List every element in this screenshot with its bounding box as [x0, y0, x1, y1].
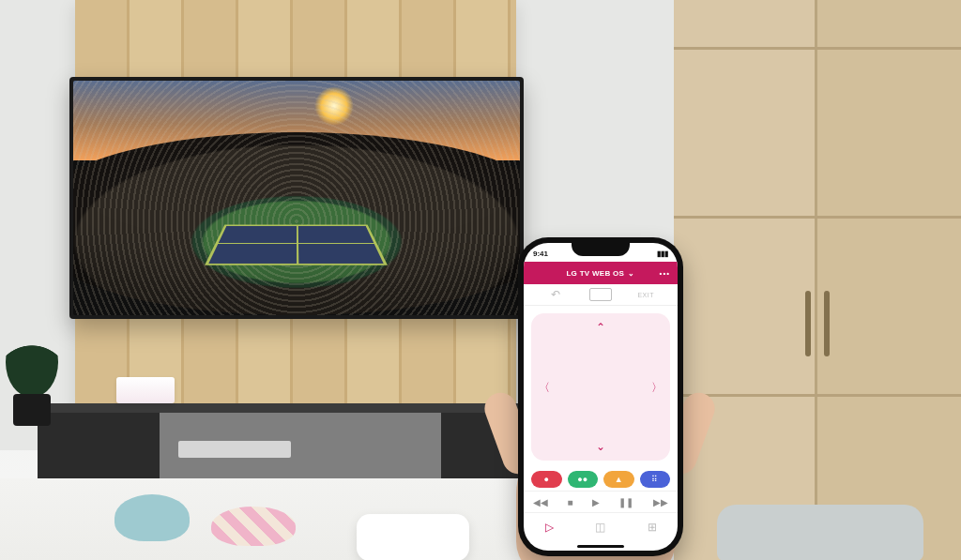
television: [69, 77, 524, 319]
device-name: LG TV WEB OS: [566, 269, 624, 278]
sofa-arm: [717, 505, 923, 560]
tab-mouse[interactable]: ◫: [591, 520, 610, 535]
keyboard-icon[interactable]: [589, 288, 612, 301]
green-button[interactable]: ●●: [568, 471, 599, 488]
pause-button[interactable]: ❚❚: [618, 497, 633, 507]
exit-button[interactable]: EXIT: [637, 292, 654, 298]
living-room-scene: 9:41 ▮▮▮ LG TV WEB OS ⌄ ••• ↶ EXIT ⌃ ⌄ 〈…: [0, 0, 961, 560]
plush-whale: [114, 494, 190, 541]
red-button[interactable]: ●: [531, 471, 562, 488]
wardrobe: [674, 0, 961, 560]
phone-notch: [572, 243, 630, 256]
forward-button[interactable]: ▶▶: [653, 497, 668, 507]
blue-button[interactable]: ⠿: [640, 471, 671, 488]
arrow-right-icon[interactable]: 〉: [651, 379, 663, 395]
color-buttons-row: ● ●● ▲ ⠿: [524, 468, 678, 491]
stop-button[interactable]: ■: [568, 497, 573, 507]
smartphone: 9:41 ▮▮▮ LG TV WEB OS ⌄ ••• ↶ EXIT ⌃ ⌄ 〈…: [518, 237, 683, 556]
potted-plant: [6, 323, 58, 426]
dvd-player: [178, 441, 291, 458]
play-button[interactable]: ▶: [592, 497, 600, 507]
dpad-area[interactable]: ⌃ ⌄ 〈 〉: [531, 313, 670, 461]
arrow-left-icon[interactable]: 〈: [539, 379, 550, 395]
ottoman: [357, 514, 469, 560]
remote-app-screen: 9:41 ▮▮▮ LG TV WEB OS ⌄ ••• ↶ EXIT ⌃ ⌄ 〈…: [524, 243, 678, 551]
tv-console: [38, 403, 563, 482]
tab-bar: ▷ ◫ ⊞: [524, 513, 678, 541]
home-indicator[interactable]: [524, 541, 678, 551]
tennis-court: [205, 225, 388, 265]
toolbar: ↶ EXIT: [524, 284, 678, 306]
status-icons: ▮▮▮: [657, 250, 668, 258]
back-icon[interactable]: ↶: [551, 288, 560, 301]
app-header[interactable]: LG TV WEB OS ⌄ •••: [524, 262, 678, 284]
tab-remote[interactable]: ▷: [540, 520, 558, 535]
plush-striped: [211, 507, 296, 546]
status-time: 9:41: [533, 250, 548, 258]
arrow-up-icon[interactable]: ⌃: [596, 321, 605, 334]
more-icon[interactable]: •••: [660, 269, 670, 278]
transport-row: ◀◀ ■ ▶ ❚❚ ▶▶: [524, 491, 678, 513]
rewind-button[interactable]: ◀◀: [533, 497, 548, 507]
yellow-button[interactable]: ▲: [603, 471, 634, 488]
arrow-down-icon[interactable]: ⌄: [596, 440, 605, 453]
chevron-down-icon[interactable]: ⌄: [628, 269, 634, 278]
decor-boxes: [116, 377, 175, 403]
tab-apps[interactable]: ⊞: [643, 520, 662, 535]
